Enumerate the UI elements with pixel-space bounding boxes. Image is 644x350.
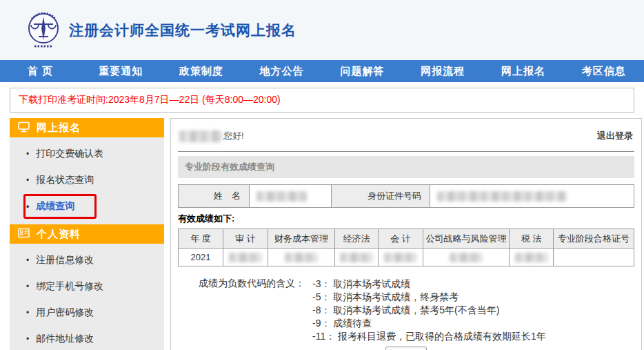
col-auditing: 审 计: [223, 229, 268, 249]
score-cell: [223, 249, 268, 266]
sidebar-item-change-password[interactable]: • 用户密码修改: [10, 300, 164, 326]
sidebar-item-label: 打印交费确认表: [36, 148, 103, 160]
sidebar-item-score-inquiry[interactable]: • 成绩查询: [10, 193, 164, 220]
sidebar-item-label: 成绩查询: [36, 200, 74, 213]
sidebar-section-online-registration: 网上报名: [10, 118, 164, 137]
nav-important-notices[interactable]: 重要通知: [81, 60, 161, 82]
redacted-score: [340, 253, 373, 262]
redacted-score: [515, 253, 548, 262]
print-button-row: 打印: [178, 347, 634, 350]
redacted-score: [285, 253, 318, 262]
scores-table: 年 度 审 计 财务成本管理 经济法 会 计 公司战略与风险管理 税 法 专业阶…: [178, 229, 634, 266]
print-button[interactable]: 打印: [385, 347, 427, 350]
nav-exam-area-info[interactable]: 考区信息: [563, 60, 644, 82]
nav-online-registration[interactable]: 网上报名: [483, 60, 564, 82]
section-title-bar: 专业阶段有效成绩查询: [178, 156, 634, 178]
cicpa-logo-icon: [25, 10, 62, 50]
profile-table: 姓 名 身份证件号码: [178, 184, 634, 208]
sidebar-item-change-phone[interactable]: • 绑定手机号修改: [10, 273, 164, 300]
bullet-icon: •: [26, 308, 29, 318]
table-row: 2021: [179, 249, 634, 266]
sidebar-item-label: 绑定手机号修改: [36, 280, 103, 293]
nav-policies[interactable]: 政策制度: [161, 60, 242, 82]
score-cell: [379, 249, 423, 266]
code-item: -5： 取消本场考试成绩，终身禁考: [312, 291, 546, 304]
sidebar-menu-registration: • 打印交费确认表 • 报名状态查询 • 成绩查询: [10, 137, 164, 222]
redacted-user-name: [179, 130, 222, 142]
table-row: 姓 名 身份证件号码: [179, 185, 634, 208]
nav-registration-process[interactable]: 网报流程: [403, 60, 483, 82]
nav-faq[interactable]: 问题解答: [322, 60, 403, 82]
score-cell: [335, 249, 379, 266]
nav-local-announcements[interactable]: 地方公告: [241, 60, 322, 82]
code-item: -9： 成绩待查: [312, 317, 546, 330]
col-certificate-number: 专业阶段合格证号: [554, 229, 634, 249]
col-tax-law: 税 法: [510, 229, 554, 249]
main-panel: 您好! 退出登录 专业阶段有效成绩查询 姓 名 身份证件号码 有效成绩如下: 年…: [170, 118, 642, 350]
nav-home[interactable]: 首 页: [0, 60, 81, 82]
site-title: 注册会计师全国统一考试网上报名: [69, 21, 296, 40]
bullet-icon: •: [26, 202, 29, 211]
logout-link[interactable]: 退出登录: [597, 130, 633, 142]
col-economic-law: 经济法: [335, 229, 379, 249]
code-item: -8： 取消本场考试成绩，禁考5年(不含当年): [312, 304, 546, 317]
content-area: 网上报名 • 打印交费确认表 • 报名状态查询 • 成绩查询: [0, 118, 644, 350]
name-label: 姓 名: [179, 185, 250, 208]
codes-list: -3： 取消本场考试成绩 -5： 取消本场考试成绩，终身禁考 -8： 取消本场考…: [312, 278, 546, 343]
sidebar-item-label: 注册信息修改: [36, 254, 94, 266]
sidebar-item-change-email[interactable]: • 邮件地址修改: [10, 326, 164, 350]
redacted-id-value: [437, 191, 567, 202]
score-cell: [510, 249, 554, 266]
greeting-row: 您好! 退出登录: [178, 127, 634, 152]
sidebar-item-label: 报名状态查询: [36, 174, 94, 186]
greeting: 您好!: [179, 130, 244, 142]
codes-label: 成绩为负数代码的含义：: [199, 278, 312, 343]
sidebar-section-title: 网上报名: [37, 121, 81, 135]
bullet-icon: •: [26, 255, 29, 265]
sidebar-section-title: 个人资料: [37, 228, 81, 241]
score-cell: [423, 249, 510, 266]
id-card-icon: [18, 228, 30, 240]
greeting-suffix: 您好!: [223, 130, 244, 142]
sidebar-item-label: 邮件地址修改: [36, 333, 94, 345]
scores-header-row: 年 度 审 计 财务成本管理 经济法 会 计 公司战略与风险管理 税 法 专业阶…: [179, 229, 634, 249]
code-item: -3： 取消本场考试成绩: [312, 278, 546, 291]
name-value: [250, 185, 332, 208]
redacted-score: [450, 253, 483, 262]
bullet-icon: •: [26, 149, 29, 159]
sidebar-item-label: 用户密码修改: [36, 307, 94, 319]
sidebar: 网上报名 • 打印交费确认表 • 报名状态查询 • 成绩查询: [10, 118, 164, 350]
redacted-score: [229, 253, 262, 262]
col-strategy-risk-management: 公司战略与风险管理: [423, 229, 510, 249]
code-item: -11： 报考科目退费，已取得的合格成绩有效期延长1年: [312, 330, 546, 343]
bullet-icon: •: [26, 334, 29, 344]
col-accounting: 会 计: [379, 229, 423, 249]
sidebar-item-edit-registration-info[interactable]: • 注册信息修改: [10, 247, 164, 273]
page-header: 注册会计师全国统一考试网上报名: [0, 0, 644, 60]
col-year: 年 度: [179, 229, 223, 249]
main-nav: 首 页 重要通知 政策制度 地方公告 问题解答 网报流程 网上报名 考区信息: [0, 60, 644, 82]
sidebar-section-personal-info: 个人资料: [10, 224, 164, 244]
sidebar-menu-personal: • 注册信息修改 • 绑定手机号修改 • 用户密码修改 • 邮件地址修改: [10, 244, 164, 350]
id-number-value: [430, 185, 634, 208]
monitor-icon: [18, 121, 30, 135]
year-cell: 2021: [179, 249, 223, 266]
sidebar-item-registration-status[interactable]: • 报名状态查询: [10, 167, 164, 193]
redacted-name-value: [256, 191, 308, 202]
sidebar-item-print-payment-confirmation[interactable]: • 打印交费确认表: [10, 141, 164, 167]
bullet-icon: •: [26, 282, 29, 291]
negative-codes-note: 成绩为负数代码的含义： -3： 取消本场考试成绩 -5： 取消本场考试成绩，终身…: [199, 278, 634, 343]
redacted-score: [384, 253, 417, 262]
id-number-label: 身份证件号码: [332, 185, 430, 208]
scores-intro: 有效成绩如下:: [178, 213, 634, 225]
cert-number-cell: [554, 249, 634, 266]
admission-ticket-notice: 下载打印准考证时间:2023年8月7日—22日 (每天8:00—20:00): [10, 88, 634, 113]
col-financial-cost-management: 财务成本管理: [268, 229, 335, 249]
bullet-icon: •: [26, 175, 29, 185]
score-cell: [268, 249, 335, 266]
